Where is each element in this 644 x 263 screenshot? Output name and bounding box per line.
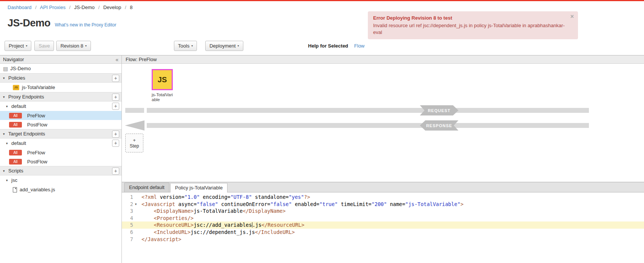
revision-menu-button[interactable]: Revision 8 ▾ bbox=[56, 41, 91, 51]
chevron-down-icon[interactable]: ▾ bbox=[6, 105, 11, 108]
collapse-navigator-icon[interactable]: « bbox=[115, 57, 118, 62]
code-segment: "true" bbox=[319, 201, 338, 207]
nav-item-jsc-folder[interactable]: ▾ jsc bbox=[0, 175, 121, 185]
breadcrumb-separator: / bbox=[69, 5, 71, 10]
code-text: <ResourceURL>jsc://add_variables.js</Res… bbox=[138, 221, 304, 229]
line-number: 4 bbox=[122, 215, 133, 222]
nav-item-proxy-preflow-label: PreFlow bbox=[27, 113, 45, 118]
code-segment: encoding= bbox=[200, 194, 230, 200]
project-menu-label: Project bbox=[9, 43, 24, 49]
code-segment: ?> bbox=[304, 194, 310, 200]
code-line[interactable]: 5 <ResourceURL>jsc://add_variables.js</R… bbox=[122, 221, 644, 229]
tools-menu-button[interactable]: Tools ▾ bbox=[174, 41, 197, 51]
fold-spacer bbox=[133, 208, 138, 215]
nav-item-policy-js-totalvariable[interactable]: JS js-TotalVariable bbox=[0, 83, 121, 92]
code-segment: js-TotalVariable bbox=[194, 208, 243, 214]
response-flow-bar[interactable] bbox=[147, 123, 589, 128]
code-line[interactable]: 2▾<Javascript async="false" continueOnEr… bbox=[122, 201, 644, 208]
line-number: 6 bbox=[122, 229, 133, 236]
code-segment: "false" bbox=[270, 201, 292, 207]
nav-item-target-endpoint-default-label: default bbox=[11, 140, 26, 146]
code-line[interactable]: 1<?xml version="1.0" encoding="UTF-8" st… bbox=[122, 194, 644, 201]
nav-item-script-file[interactable]: add_variables.js bbox=[0, 185, 121, 194]
add-policy-button[interactable]: + bbox=[112, 75, 119, 82]
all-flows-badge: All bbox=[9, 159, 22, 165]
request-arrow-label: REQUEST bbox=[428, 108, 450, 113]
nav-item-proxy-preflow[interactable]: All PreFlow bbox=[0, 111, 121, 120]
flow-help-link[interactable]: Flow bbox=[354, 43, 364, 49]
nav-section-target-endpoints-label: Target Endpoints bbox=[8, 131, 45, 137]
code-segment: continueOnError= bbox=[218, 201, 270, 207]
chevron-down-icon[interactable]: ▾ bbox=[3, 132, 8, 136]
nav-item-proxy-root[interactable]: ▤ JS-Demo bbox=[0, 64, 121, 73]
all-flows-badge: All bbox=[9, 122, 22, 128]
add-proxy-endpoint-button[interactable]: + bbox=[112, 94, 119, 101]
response-arrow-label: RESPONSE bbox=[426, 123, 452, 128]
project-menu-button[interactable]: Project ▾ bbox=[5, 41, 31, 51]
nav-item-proxy-endpoint-default-label: default bbox=[11, 103, 26, 109]
whats-new-link[interactable]: What's new in the Proxy Editor bbox=[55, 22, 116, 28]
code-line[interactable]: 7</Javascript> bbox=[122, 236, 644, 243]
fold-toggle-icon[interactable]: ▾ bbox=[133, 201, 138, 208]
plus-icon: + bbox=[133, 137, 136, 143]
add-flow-button[interactable]: + bbox=[112, 103, 119, 110]
policy-node-js-totalvariable[interactable]: JS bbox=[152, 69, 173, 90]
code-segment: </DisplayName> bbox=[243, 208, 286, 214]
nav-item-policy-label: js-TotalVariable bbox=[22, 85, 55, 90]
file-icon bbox=[13, 187, 17, 192]
code-line[interactable]: 6 <IncludeURL>jsc://dependent_js.js</Inc… bbox=[122, 229, 644, 236]
tab-endpoint-default[interactable]: Endpoint default bbox=[124, 183, 169, 192]
breadcrumb-api-proxies-link[interactable]: API Proxies bbox=[40, 5, 66, 10]
request-flow-bar[interactable] bbox=[147, 108, 589, 113]
navigator-header: Navigator « bbox=[0, 55, 121, 64]
line-number: 3 bbox=[122, 208, 133, 215]
nav-item-proxy-endpoint-default[interactable]: ▾ default + bbox=[0, 102, 121, 111]
nav-section-scripts[interactable]: ▾ Scripts + bbox=[0, 166, 121, 175]
code-segment: enabled= bbox=[292, 201, 319, 207]
chevron-down-icon[interactable]: ▾ bbox=[6, 178, 11, 182]
flow-canvas: JS js-TotalVariable REQUEST RESPONSE + S… bbox=[122, 64, 644, 182]
code-segment: "js-TotalVariable" bbox=[405, 201, 460, 207]
request-arrow: REQUEST bbox=[420, 105, 458, 115]
code-line[interactable]: 3 <DisplayName>js-TotalVariable</Display… bbox=[122, 208, 644, 215]
code-segment: version= bbox=[160, 194, 184, 200]
nav-section-proxy-endpoints[interactable]: ▾ Proxy Endpoints + bbox=[0, 92, 121, 102]
main-panel: Flow: PreFlow JS js-TotalVariable REQUES… bbox=[122, 55, 644, 263]
code-segment: standalone= bbox=[252, 194, 289, 200]
add-step-button[interactable]: + Step bbox=[125, 134, 143, 152]
code-line[interactable]: 4 <Properties/> bbox=[122, 215, 644, 222]
tools-menu-label: Tools bbox=[178, 43, 189, 49]
nav-item-target-postflow[interactable]: All PostFlow bbox=[0, 157, 121, 166]
nav-item-target-preflow-label: PreFlow bbox=[27, 150, 45, 155]
tab-policy-js-totalvariable[interactable]: Policy js-TotalVariable bbox=[170, 183, 227, 192]
add-script-button[interactable]: + bbox=[112, 168, 119, 175]
nav-item-proxy-postflow[interactable]: All PostFlow bbox=[0, 120, 121, 129]
response-direction-arrow-icon bbox=[125, 120, 144, 131]
chevron-down-icon[interactable]: ▾ bbox=[6, 141, 11, 145]
chevron-down-icon[interactable]: ▾ bbox=[3, 76, 8, 80]
close-icon[interactable]: × bbox=[570, 14, 574, 20]
breadcrumb-separator: / bbox=[98, 5, 100, 10]
nav-item-target-preflow[interactable]: All PreFlow bbox=[0, 148, 121, 157]
proxy-icon: ▤ bbox=[3, 66, 8, 72]
add-flow-button[interactable]: + bbox=[112, 140, 119, 147]
code-text: <?xml version="1.0" encoding="UTF-8" sta… bbox=[138, 194, 310, 201]
deployment-menu-button[interactable]: Deployment ▾ bbox=[205, 41, 243, 51]
breadcrumb-dashboard-link[interactable]: Dashboard bbox=[8, 5, 32, 10]
code-lines[interactable]: 1<?xml version="1.0" encoding="UTF-8" st… bbox=[122, 192, 644, 263]
save-button[interactable]: Save bbox=[34, 41, 54, 51]
chevron-down-icon[interactable]: ▾ bbox=[3, 169, 8, 173]
nav-item-target-endpoint-default[interactable]: ▾ default + bbox=[0, 138, 121, 148]
nav-item-script-file-label: add_variables.js bbox=[20, 187, 55, 192]
nav-item-target-postflow-label: PostFlow bbox=[27, 159, 47, 165]
code-segment: name= bbox=[387, 201, 405, 207]
nav-section-policies[interactable]: ▾ Policies + bbox=[0, 73, 121, 83]
chevron-down-icon[interactable]: ▾ bbox=[3, 95, 8, 99]
add-target-endpoint-button[interactable]: + bbox=[112, 131, 119, 138]
error-banner-title: Error Deploying Revision 8 to test bbox=[373, 15, 565, 22]
code-text: <IncludeURL>jsc://dependent_js.js</Inclu… bbox=[138, 229, 295, 236]
code-segment: "200" bbox=[372, 201, 387, 207]
navigator-panel: Navigator « ▤ JS-Demo ▾ Policies + JS js… bbox=[0, 55, 122, 263]
nav-section-target-endpoints[interactable]: ▾ Target Endpoints + bbox=[0, 129, 121, 138]
editor-tab-bar: Endpoint default Policy js-TotalVariable bbox=[122, 182, 644, 192]
